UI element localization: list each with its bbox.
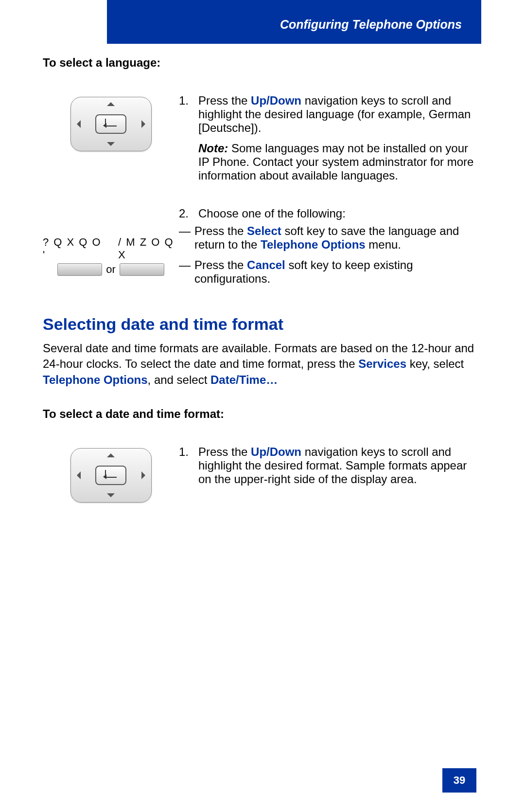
dt-heading: To select a date and time format:	[43, 407, 481, 421]
section-title: Selecting date and time format	[43, 315, 481, 334]
dt-intro-paragraph: Several date and time formats are availa…	[43, 341, 481, 388]
telephone-options-link: Telephone Options	[261, 238, 366, 251]
datetime-link: Date/Time…	[210, 373, 278, 386]
bullet1-text: Press the Select soft key to save the la…	[194, 224, 481, 252]
page-number: 39	[442, 768, 476, 793]
dt-step1-row: 1. Press the Up/Down navigation keys to …	[43, 445, 481, 503]
lang-step1-row: 1. Press the Up/Down navigation keys to …	[43, 94, 481, 182]
navpad-icon	[70, 97, 152, 151]
cancel-link: Cancel	[247, 258, 285, 271]
step-number: 1.	[179, 445, 198, 486]
dt-step1-text: Press the Up/Down navigation keys to scr…	[198, 445, 481, 486]
step1-text: Press the Up/Down navigation keys to scr…	[198, 94, 481, 135]
note-text: Note: Some languages may not be installe…	[198, 142, 481, 182]
navpad-icon	[70, 448, 152, 503]
page-content: To select a language: 1. Press the Up/Do…	[43, 56, 481, 510]
softkey-select-button[interactable]	[57, 263, 102, 276]
updown-link: Up/Down	[251, 94, 301, 107]
step2-intro: Choose one of the following:	[198, 207, 346, 220]
page-header: Configuring Telephone Options	[107, 0, 481, 44]
softkey-labels: ? Q X Q O ' / M Z O Q X	[43, 236, 179, 261]
updown-link: Up/Down	[251, 445, 301, 458]
or-label: or	[106, 263, 116, 276]
lang-heading: To select a language:	[43, 56, 481, 70]
softkey-cancel-button[interactable]	[120, 263, 164, 276]
lang-step2-row: ? Q X Q O ' / M Z O Q X or 2. Choose one…	[43, 207, 481, 286]
telephone-options-link: Telephone Options	[43, 373, 148, 386]
step-number: 2.	[179, 207, 198, 220]
select-link: Select	[247, 224, 281, 237]
bullet2-text: Press the Cancel soft key to keep existi…	[194, 258, 481, 286]
step-number: 1.	[179, 94, 198, 135]
services-link: Services	[358, 357, 406, 370]
